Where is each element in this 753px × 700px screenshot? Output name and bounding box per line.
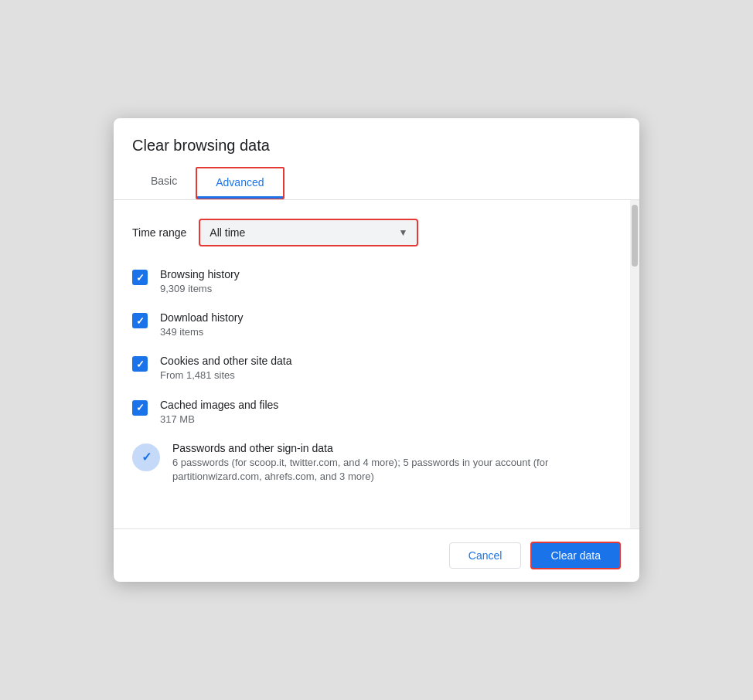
time-range-select-container: All time Last hour Last 24 hours Last 7 … [200,220,417,245]
item-title: Cached images and files [160,399,278,411]
item-title: Cookies and other site data [160,355,291,367]
checkbox-cached-images[interactable]: ✓ [132,400,148,416]
time-range-select[interactable]: All time Last hour Last 24 hours Last 7 … [200,220,417,245]
item-text: Browsing history 9,309 items [160,268,240,296]
checkbox-download-history[interactable]: ✓ [132,313,148,328]
item-text: Download history 349 items [160,311,243,339]
tab-bar: Basic Advanced [114,167,639,200]
item-subtitle: 317 MB [160,413,278,426]
item-text: Cached images and files 317 MB [160,399,278,426]
checkbox-passwords[interactable]: ✓ [132,443,160,471]
checkmark-icon: ✓ [141,451,152,464]
list-item: ✓ Browsing history 9,309 items [132,268,612,296]
list-item: ✓ Cached images and files 317 MB [132,399,612,426]
checkmark-icon: ✓ [136,359,145,369]
checkbox-browsing-history[interactable]: ✓ [132,270,148,285]
scrollbar-track[interactable] [630,200,639,528]
time-range-select-wrapper: All time Last hour Last 24 hours Last 7 … [199,219,418,246]
checkmark-icon: ✓ [136,273,145,283]
dialog-title: Clear browsing data [114,118,639,155]
tab-advanced[interactable]: Advanced [197,168,282,199]
cancel-button[interactable]: Cancel [449,542,522,569]
item-subtitle: 9,309 items [160,282,240,296]
clear-data-button[interactable]: Clear data [530,542,621,569]
list-item: ✓ Download history 349 items [132,311,612,339]
list-item: ✓ Passwords and other sign-in data 6 pas… [132,442,612,484]
time-range-row: Time range All time Last hour Last 24 ho… [132,219,612,246]
item-title: Browsing history [160,268,240,280]
item-text: Passwords and other sign-in data 6 passw… [172,442,612,484]
item-title: Passwords and other sign-in data [172,442,612,454]
tab-basic[interactable]: Basic [132,167,196,200]
item-title: Download history [160,311,243,324]
time-range-label: Time range [132,226,186,239]
checkmark-icon: ✓ [136,316,145,326]
scroll-content: Time range All time Last hour Last 24 ho… [114,200,630,528]
checkbox-cookies[interactable]: ✓ [132,356,148,372]
checkmark-icon: ✓ [136,403,145,413]
tab-advanced-wrapper: Advanced [196,167,284,199]
checklist: ✓ Browsing history 9,309 items ✓ Downloa… [132,268,612,484]
item-text: Cookies and other site data From 1,481 s… [160,355,291,382]
item-subtitle: From 1,481 sites [160,369,291,382]
item-subtitle: 349 items [160,325,243,339]
scrollbar-thumb[interactable] [632,205,638,267]
list-item: ✓ Cookies and other site data From 1,481… [132,355,612,382]
content-area: Time range All time Last hour Last 24 ho… [114,200,639,528]
clear-browsing-data-dialog: Clear browsing data Basic Advanced Time … [114,118,639,582]
dialog-footer: Cancel Clear data [114,528,639,582]
item-subtitle: 6 passwords (for scoop.it, twitter.com, … [172,456,612,484]
